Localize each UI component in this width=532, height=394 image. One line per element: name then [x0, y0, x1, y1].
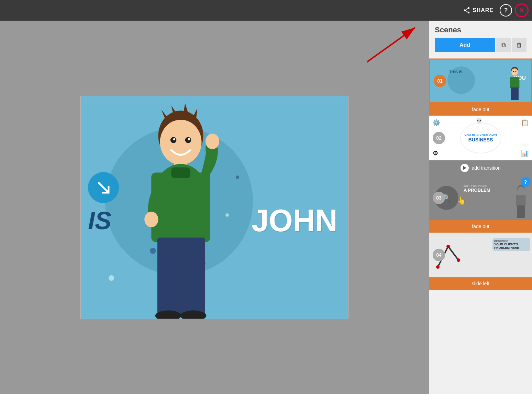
scene-3-transition[interactable]: fade out	[429, 220, 532, 233]
svg-rect-27	[510, 77, 520, 88]
scene-1-number: 01	[434, 75, 446, 87]
duplicate-scene-button[interactable]: ⧉	[496, 38, 511, 52]
add-scene-button[interactable]: Add	[435, 38, 495, 52]
svg-rect-28	[511, 87, 519, 100]
john-text: JOHN	[252, 203, 337, 238]
scene-2-thumbnail[interactable]: YOU RUN YOUR OWNBUSINESS ⚙️ 📋 ⚙ 📊 💀 02	[429, 116, 532, 160]
share-label: SHARE	[473, 7, 494, 13]
scene-4-thumbnail[interactable]: DESCRIBE YOUR CLIENT'S PROBLEM HERE 04	[429, 233, 532, 277]
scene3-problem-text: BUT YOU HAVEA PROBLEM	[464, 184, 490, 193]
scene-3-thumb-container: 🔍 BUT YOU HAVEA PROBLEM 👆	[429, 175, 532, 220]
character-figure	[126, 103, 236, 319]
svg-marker-29	[463, 166, 466, 170]
svg-rect-17	[157, 246, 179, 316]
svg-line-35	[448, 246, 458, 260]
delete-scene-button[interactable]: 🗑	[512, 38, 527, 52]
scene3-cursor: 👆	[457, 196, 466, 205]
scene-2-number: 02	[433, 132, 445, 144]
scene-item-4: DESCRIBE YOUR CLIENT'S PROBLEM HERE 04 s…	[429, 233, 532, 290]
sidebar-header: Scenes Add ⧉ 🗑	[429, 21, 532, 58]
scene-2-transition[interactable]: add transition	[429, 160, 532, 175]
scene-item-2: YOU RUN YOUR OWNBUSINESS ⚙️ 📋 ⚙ 📊 💀 02	[429, 116, 532, 175]
svg-rect-18	[182, 246, 204, 316]
top-bar: SHARE ? ×	[0, 0, 532, 21]
svg-rect-13	[171, 167, 190, 178]
scene-4-thumb-container: DESCRIBE YOUR CLIENT'S PROBLEM HERE 04	[429, 233, 532, 277]
scene3-mini-character	[513, 182, 529, 220]
scene-1-thumb-container: THIS IS YOU	[429, 58, 532, 103]
arrow-circle	[88, 172, 119, 203]
scene-item-1: THIS IS YOU	[429, 58, 532, 116]
scene-3-thumbnail[interactable]: 🔍 BUT YOU HAVEA PROBLEM 👆	[429, 175, 532, 220]
share-icon	[463, 7, 470, 14]
scene-actions: Add ⧉ 🗑	[435, 38, 527, 52]
play-transition-button[interactable]	[461, 164, 469, 172]
scene-item-3: 🔍 BUT YOU HAVEA PROBLEM 👆	[429, 175, 532, 233]
delete-icon: 🗑	[516, 42, 522, 49]
scene-1-transition[interactable]: fade out	[429, 103, 532, 116]
help-button[interactable]: ?	[500, 4, 512, 17]
dot-6	[236, 175, 239, 179]
play-icon	[463, 166, 466, 170]
is-text: IS	[88, 206, 111, 235]
svg-point-15	[206, 134, 219, 149]
svg-point-38	[457, 258, 460, 262]
svg-point-7	[185, 137, 191, 143]
svg-point-9	[188, 138, 190, 140]
scene-4-number: 04	[433, 249, 445, 261]
dot-3	[109, 275, 114, 281]
scene4-text-box: DESCRIBE YOUR CLIENT'S PROBLEM HERE	[492, 238, 530, 251]
svg-point-37	[446, 245, 450, 248]
scene2-doc-icon: 📋	[521, 119, 529, 127]
scene2-face-icon: 💀	[476, 117, 483, 124]
close-button[interactable]: ×	[515, 3, 529, 17]
scene2-chart-icon: 📊	[521, 149, 529, 157]
svg-point-24	[511, 68, 518, 76]
scene2-oval: YOU RUN YOUR OWNBUSINESS	[460, 123, 501, 153]
svg-point-25	[513, 71, 514, 72]
slide-canvas: IS	[80, 96, 348, 319]
scene4-describe-text: DESCRIBE	[494, 239, 529, 243]
scene2-settings-icon: ⚙️	[433, 119, 440, 127]
svg-rect-32	[516, 195, 526, 206]
svg-point-31	[518, 187, 524, 194]
scene-3-number: 03	[433, 192, 445, 204]
svg-marker-3	[183, 103, 189, 117]
duplicate-icon: ⧉	[501, 42, 506, 49]
arrow-down-right-icon	[95, 179, 112, 196]
close-label: ×	[520, 6, 524, 15]
svg-point-36	[436, 265, 440, 269]
scene1-mini-character	[507, 64, 522, 102]
sidebar: Scenes Add ⧉ 🗑 THIS IS	[429, 21, 532, 394]
sidebar-title: Scenes	[435, 25, 527, 34]
svg-rect-33	[517, 205, 525, 218]
scene2-business-text: YOU RUN YOUR OWNBUSINESS	[464, 134, 497, 142]
scene-1-thumbnail[interactable]: THIS IS YOU	[429, 58, 532, 103]
scene3-question-bubble: ?	[521, 177, 530, 187]
main-area: IS	[0, 21, 532, 394]
svg-point-8	[173, 138, 175, 140]
svg-point-26	[516, 71, 517, 72]
svg-point-14	[144, 212, 158, 227]
scene1-this-text: THIS IS	[449, 70, 463, 74]
scene2-gear-icon: ⚙	[433, 149, 438, 157]
scene-4-transition[interactable]: slide left	[429, 277, 532, 290]
help-label: ?	[504, 7, 508, 14]
scene4-client-text: YOUR CLIENT'S PROBLEM HERE	[494, 243, 529, 249]
scene-2-thumb-container: YOU RUN YOUR OWNBUSINESS ⚙️ 📋 ⚙ 📊 💀 02	[429, 116, 532, 160]
canvas-area: IS	[0, 21, 429, 394]
svg-point-6	[170, 137, 177, 143]
share-button[interactable]: SHARE	[459, 4, 497, 16]
svg-point-5	[160, 119, 202, 164]
